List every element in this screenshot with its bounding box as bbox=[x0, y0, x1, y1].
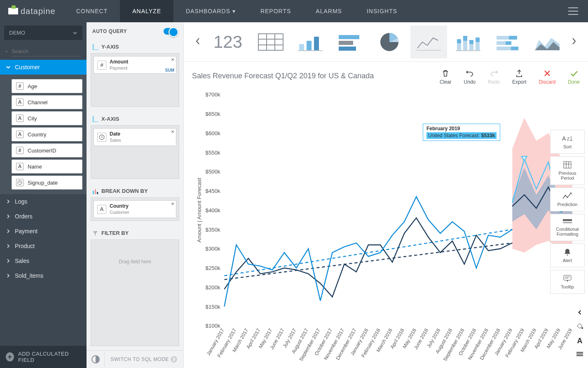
field-city[interactable]: ACity bbox=[12, 111, 82, 125]
chart-type-stacked-column[interactable] bbox=[450, 26, 487, 59]
redo-button[interactable]: Redo bbox=[488, 69, 500, 85]
switch-sql-button[interactable]: SWITCH TO SQL MODE bbox=[105, 351, 183, 368]
svg-text:$550k: $550k bbox=[206, 150, 221, 156]
chevron-right-icon bbox=[6, 244, 11, 248]
svg-rect-17 bbox=[457, 39, 461, 43]
chevron-down-icon bbox=[6, 65, 11, 70]
chart-type-number[interactable]: 123 bbox=[206, 32, 250, 52]
nav-insights[interactable]: INSIGHTS bbox=[354, 0, 410, 22]
svg-rect-4 bbox=[95, 189, 96, 194]
chart-type-area[interactable] bbox=[529, 26, 566, 59]
field-country[interactable]: ACountry bbox=[12, 127, 82, 141]
tree-section-customer[interactable]: Customer bbox=[0, 60, 87, 75]
tooltip-tool[interactable]: Tooltip bbox=[550, 270, 585, 294]
field-customerid[interactable]: #CustomerID bbox=[12, 143, 82, 157]
field-name[interactable]: AName bbox=[12, 159, 82, 173]
chart-area: Sales Revenue Forecast Q1/Q2 2019 for US… bbox=[184, 62, 588, 368]
plus-icon: + bbox=[6, 352, 14, 361]
search-input[interactable] bbox=[12, 47, 81, 56]
svg-point-0 bbox=[6, 51, 7, 52]
yaxis-dropzone[interactable]: # AmountPayment ✕ SUM bbox=[91, 53, 179, 107]
tree-section-orders[interactable]: Orders bbox=[0, 209, 87, 224]
area-chart-icon bbox=[533, 32, 562, 52]
text-type-icon: A bbox=[16, 115, 23, 122]
svg-rect-22 bbox=[476, 42, 480, 50]
clear-button[interactable]: Clear bbox=[440, 69, 452, 85]
customer-fields: #Age AChannel ACity ACountry #CustomerID… bbox=[0, 75, 87, 194]
chart-type-pie[interactable] bbox=[371, 26, 408, 59]
field-channel[interactable]: AChannel bbox=[12, 95, 82, 109]
svg-rect-24 bbox=[497, 36, 509, 40]
remove-pill-icon[interactable]: ✕ bbox=[171, 57, 174, 62]
fill-tool-button[interactable] bbox=[574, 321, 585, 333]
previous-period-tool[interactable]: Previous Period bbox=[550, 156, 585, 185]
svg-rect-27 bbox=[506, 41, 511, 45]
chevron-right-icon bbox=[6, 229, 11, 234]
prediction-tool[interactable]: Prediction bbox=[550, 188, 585, 211]
svg-point-80 bbox=[567, 197, 568, 198]
filter-hint: Drag field here bbox=[94, 242, 176, 265]
breakdown-pill-country[interactable]: A CountryCustomer ✕ bbox=[94, 200, 176, 218]
agg-label[interactable]: SUM bbox=[165, 68, 174, 73]
nav-connect[interactable]: CONNECT bbox=[64, 0, 120, 22]
svg-rect-19 bbox=[463, 36, 467, 41]
field-signupdate[interactable]: Signup_date bbox=[12, 176, 82, 190]
add-calculated-field-button[interactable]: + ADD CALCULATED FIELD bbox=[0, 346, 87, 368]
export-button[interactable]: Export bbox=[512, 69, 527, 85]
done-button[interactable]: Done bbox=[568, 69, 580, 85]
auto-query-toggle[interactable] bbox=[164, 28, 178, 35]
hamburger-menu[interactable] bbox=[558, 7, 588, 15]
nav-dashboards[interactable]: DASHBOARDS ▾ bbox=[173, 0, 248, 22]
undo-button[interactable]: Undo bbox=[464, 69, 476, 85]
filter-dropzone[interactable]: Drag field here bbox=[91, 239, 179, 346]
text-a-icon: A bbox=[577, 337, 583, 345]
chart-canvas[interactable]: $100k$150k$200k$250k$300k$350k$400k$450k… bbox=[192, 89, 580, 368]
chart-types-prev[interactable] bbox=[192, 34, 204, 49]
layers-tool-button[interactable] bbox=[574, 349, 585, 360]
chart-type-line[interactable] bbox=[410, 26, 447, 59]
contrast-button[interactable] bbox=[87, 351, 105, 368]
remove-pill-icon[interactable]: ✕ bbox=[171, 202, 174, 206]
xaxis-dropzone[interactable]: DateSales ✕ bbox=[91, 125, 179, 179]
number-type-icon: # bbox=[16, 147, 23, 154]
svg-text:$250k: $250k bbox=[206, 265, 221, 271]
chevron-down-icon bbox=[73, 30, 77, 35]
contrast-icon bbox=[91, 355, 100, 364]
redo-icon bbox=[490, 69, 498, 77]
layers-icon bbox=[576, 351, 583, 357]
chart-types-next[interactable] bbox=[568, 34, 580, 49]
chevron-right-icon bbox=[6, 258, 11, 263]
alert-tool[interactable]: Alert bbox=[550, 244, 585, 267]
svg-rect-83 bbox=[564, 275, 571, 280]
tooltip-icon bbox=[563, 274, 572, 283]
svg-point-79 bbox=[565, 195, 566, 196]
nav-analyze[interactable]: ANALYZE bbox=[120, 0, 173, 22]
conditional-formatting-tool[interactable]: Conditional Formatting bbox=[550, 214, 585, 241]
chart-type-column[interactable] bbox=[292, 26, 329, 59]
tree-section-logs[interactable]: Logs bbox=[0, 194, 87, 209]
remove-pill-icon[interactable]: ✕ bbox=[171, 129, 174, 134]
tree-section-product[interactable]: Product bbox=[0, 239, 87, 253]
undo-icon bbox=[466, 69, 474, 77]
chart-type-bar[interactable] bbox=[331, 26, 368, 59]
search-icon bbox=[6, 48, 7, 55]
chart-type-table[interactable] bbox=[252, 26, 289, 59]
tree-section-sales[interactable]: Sales bbox=[0, 253, 87, 268]
tree-section-payment[interactable]: Payment bbox=[0, 224, 87, 239]
nav-alarms[interactable]: ALARMS bbox=[303, 0, 354, 22]
yaxis-pill-amount[interactable]: # AmountPayment ✕ SUM bbox=[94, 56, 176, 74]
field-age[interactable]: #Age bbox=[12, 79, 82, 93]
breakdown-dropzone[interactable]: A CountryCustomer ✕ bbox=[91, 197, 179, 221]
xaxis-pill-date[interactable]: DateSales ✕ bbox=[94, 128, 176, 146]
sort-tool[interactable]: AZSort bbox=[550, 130, 585, 154]
tree-section-solditems[interactable]: Sold_items bbox=[0, 268, 87, 283]
chart-type-stacked-bar[interactable] bbox=[489, 26, 526, 59]
nav-reports[interactable]: REPORTS bbox=[248, 0, 303, 22]
sql-row: SWITCH TO SQL MODE bbox=[87, 350, 183, 368]
source-selector[interactable]: DEMO bbox=[4, 26, 82, 40]
text-tool-button[interactable]: A bbox=[576, 335, 584, 347]
svg-rect-14 bbox=[339, 47, 356, 51]
discard-button[interactable]: Discard bbox=[539, 69, 556, 85]
collapse-right-button[interactable] bbox=[575, 308, 584, 318]
svg-rect-81 bbox=[563, 219, 572, 221]
